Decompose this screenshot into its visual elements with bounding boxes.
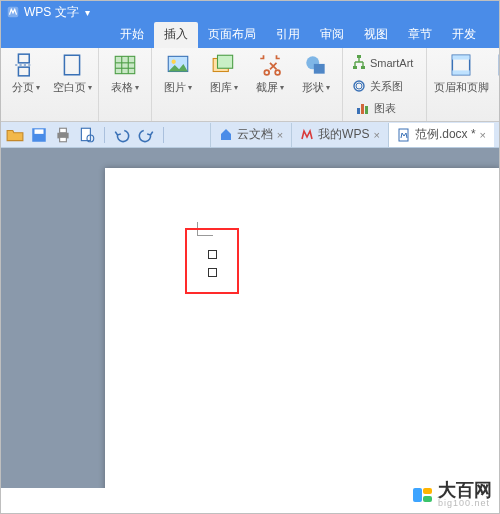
- svg-rect-19: [353, 66, 357, 69]
- svg-rect-17: [314, 64, 325, 74]
- separator: [104, 127, 105, 143]
- chart-icon: [355, 100, 371, 116]
- screenshot-icon: [257, 52, 283, 78]
- header-footer-button[interactable]: 页眉和页脚: [431, 52, 491, 95]
- print-icon[interactable]: [54, 126, 72, 144]
- title-bar: WPS 文字 ▾: [0, 0, 500, 24]
- watermark-logo-icon: [413, 488, 432, 502]
- close-icon[interactable]: ×: [480, 129, 486, 141]
- doctab-mywps-label: 我的WPS: [318, 126, 369, 143]
- shape-label: 形状: [302, 80, 324, 95]
- page-break-button[interactable]: 分页▾: [4, 52, 48, 95]
- checkbox-glyph: [208, 268, 217, 277]
- menu-bar: 开始 插入 页面布局 引用 审阅 视图 章节 开发: [0, 24, 500, 48]
- cloud-doc-icon: [219, 128, 233, 142]
- chart-button[interactable]: 图表: [351, 97, 422, 119]
- svg-rect-5: [115, 56, 135, 73]
- app-menu-caret-icon[interactable]: ▾: [85, 7, 90, 18]
- watermark-title: 大百网: [438, 481, 492, 499]
- caret-icon: ▾: [234, 83, 238, 92]
- gallery-icon: [211, 52, 237, 78]
- separator: [163, 127, 164, 143]
- header-footer-icon: [448, 52, 474, 78]
- table-icon: [112, 52, 138, 78]
- table-label: 表格: [111, 80, 133, 95]
- blank-page-label: 空白页: [53, 80, 86, 95]
- svg-rect-37: [60, 137, 67, 142]
- page-break-icon: [13, 52, 39, 78]
- quick-access-bar: 云文档 × 我的WPS × 范例.docx * ×: [0, 122, 500, 148]
- svg-rect-4: [64, 55, 79, 75]
- screenshot-label: 截屏: [256, 80, 278, 95]
- close-icon[interactable]: ×: [277, 129, 283, 141]
- app-title: WPS 文字: [24, 4, 79, 21]
- picture-button[interactable]: 图片▾: [156, 52, 200, 95]
- svg-rect-34: [35, 129, 44, 134]
- shape-icon: [303, 52, 329, 78]
- doctab-cloud[interactable]: 云文档 ×: [210, 123, 291, 147]
- page-number-button[interactable]: # 页: [493, 52, 500, 95]
- menu-references[interactable]: 引用: [266, 22, 310, 48]
- ribbon-group-diagrams: SmartArt 关系图 图表 在线图表: [343, 48, 427, 121]
- doc-file-icon: [397, 128, 411, 142]
- document-area[interactable]: ～～: [0, 148, 500, 488]
- print-preview-icon[interactable]: [78, 126, 96, 144]
- menu-page-layout[interactable]: 页面布局: [198, 22, 266, 48]
- ribbon-group-illustrations: 图片▾ 图库▾ 截屏▾ 形状▾: [152, 48, 343, 121]
- redo-icon[interactable]: [137, 126, 155, 144]
- menu-sections[interactable]: 章节: [398, 22, 442, 48]
- smartart-label: SmartArt: [370, 57, 413, 69]
- doctab-document-label: 范例.docx *: [415, 126, 476, 143]
- page-number-icon: #: [494, 52, 500, 78]
- picture-label: 图片: [164, 80, 186, 95]
- menu-insert[interactable]: 插入: [154, 22, 198, 48]
- smartart-icon: [351, 55, 367, 71]
- svg-rect-24: [365, 106, 368, 114]
- undo-icon[interactable]: [113, 126, 131, 144]
- svg-rect-13: [218, 55, 233, 68]
- blank-page-icon: [59, 52, 85, 78]
- watermark-sub: big100.net: [438, 499, 492, 508]
- document-page[interactable]: ～～: [105, 168, 500, 488]
- relation-label: 关系图: [370, 79, 403, 94]
- document-tabs: 云文档 × 我的WPS × 范例.docx * ×: [210, 122, 494, 147]
- blank-page-button[interactable]: 空白页▾: [50, 52, 94, 95]
- doctab-mywps[interactable]: 我的WPS ×: [291, 123, 388, 147]
- svg-rect-18: [357, 55, 361, 58]
- table-button[interactable]: 表格▾: [103, 52, 147, 95]
- header-footer-label: 页眉和页脚: [434, 80, 489, 95]
- ribbon: 分页▾ 空白页▾ 表格▾ 图片▾ 图库▾ 截屏▾: [0, 48, 500, 122]
- menu-start[interactable]: 开始: [110, 22, 154, 48]
- svg-rect-36: [60, 128, 67, 133]
- shape-button[interactable]: 形状▾: [294, 52, 338, 95]
- svg-rect-29: [452, 55, 469, 59]
- svg-point-11: [172, 60, 176, 64]
- relation-button[interactable]: 关系图: [347, 75, 417, 97]
- caret-icon: ▾: [88, 83, 92, 92]
- chart-label: 图表: [374, 101, 396, 116]
- menu-developer[interactable]: 开发: [442, 22, 486, 48]
- watermark: 大百网 big100.net: [413, 481, 492, 508]
- caret-icon: ▾: [326, 83, 330, 92]
- caret-icon: ▾: [280, 83, 284, 92]
- close-icon[interactable]: ×: [373, 129, 379, 141]
- gallery-label: 图库: [210, 80, 232, 95]
- app-logo-icon: [6, 5, 20, 19]
- screenshot-button[interactable]: 截屏▾: [248, 52, 292, 95]
- save-icon[interactable]: [30, 126, 48, 144]
- wps-icon: [300, 128, 314, 142]
- smartart-button[interactable]: SmartArt: [347, 52, 417, 74]
- caret-icon: ▾: [188, 83, 192, 92]
- doctab-document[interactable]: 范例.docx * ×: [388, 123, 494, 147]
- gallery-button[interactable]: 图库▾: [202, 52, 246, 95]
- open-folder-icon[interactable]: [6, 126, 24, 144]
- ribbon-group-header: 页眉和页脚 # 页: [427, 48, 500, 121]
- caret-icon: ▾: [36, 83, 40, 92]
- ribbon-group-table: 表格▾: [99, 48, 152, 121]
- menu-review[interactable]: 审阅: [310, 22, 354, 48]
- highlight-box: [185, 228, 239, 294]
- svg-rect-2: [18, 67, 29, 76]
- relation-icon: [351, 78, 367, 94]
- menu-view[interactable]: 视图: [354, 22, 398, 48]
- svg-rect-1: [18, 54, 29, 63]
